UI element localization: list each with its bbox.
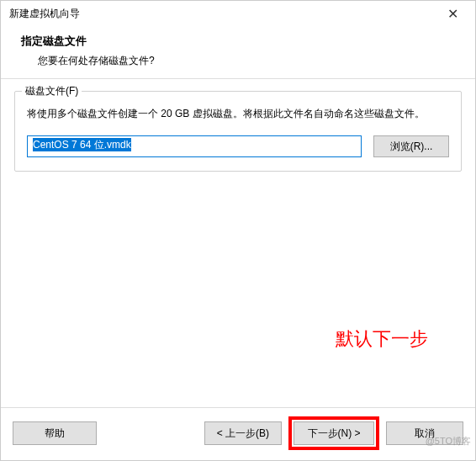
disk-file-group: 磁盘文件(F) 将使用多个磁盘文件创建一个 20 GB 虚拟磁盘。将根据此文件名… bbox=[14, 91, 462, 172]
header-subheading: 您要在何处存储磁盘文件? bbox=[38, 54, 475, 68]
titlebar: 新建虚拟机向导 ✕ bbox=[1, 1, 475, 25]
next-button[interactable]: 下一步(N) > bbox=[294, 421, 374, 445]
cancel-button[interactable]: 取消 bbox=[386, 421, 463, 445]
disk-file-input[interactable]: CentOS 7 64 位.vmdk bbox=[27, 135, 362, 157]
wizard-content: 磁盘文件(F) 将使用多个磁盘文件创建一个 20 GB 虚拟磁盘。将根据此文件名… bbox=[1, 79, 475, 407]
group-title: 磁盘文件(F) bbox=[22, 84, 82, 98]
next-button-highlight: 下一步(N) > bbox=[288, 416, 379, 450]
wizard-window: 新建虚拟机向导 ✕ 指定磁盘文件 您要在何处存储磁盘文件? 磁盘文件(F) 将使… bbox=[0, 0, 476, 461]
wizard-footer: 帮助 < 上一步(B) 下一步(N) > 取消 @5TO博客 bbox=[1, 407, 475, 460]
back-button[interactable]: < 上一步(B) bbox=[204, 421, 282, 445]
header-heading: 指定磁盘文件 bbox=[21, 34, 475, 49]
window-title: 新建虚拟机向导 bbox=[9, 7, 80, 21]
group-description: 将使用多个磁盘文件创建一个 20 GB 虚拟磁盘。将根据此文件名自动命名这些磁盘… bbox=[27, 105, 449, 122]
wizard-header: 指定磁盘文件 您要在何处存储磁盘文件? bbox=[1, 25, 475, 79]
disk-file-value: CentOS 7 64 位.vmdk bbox=[33, 138, 131, 151]
browse-button[interactable]: 浏览(R)... bbox=[373, 135, 449, 157]
close-icon[interactable]: ✕ bbox=[440, 6, 465, 22]
annotation-text: 默认下一步 bbox=[336, 326, 428, 352]
help-button[interactable]: 帮助 bbox=[13, 421, 97, 445]
file-input-row: CentOS 7 64 位.vmdk 浏览(R)... bbox=[27, 135, 449, 157]
